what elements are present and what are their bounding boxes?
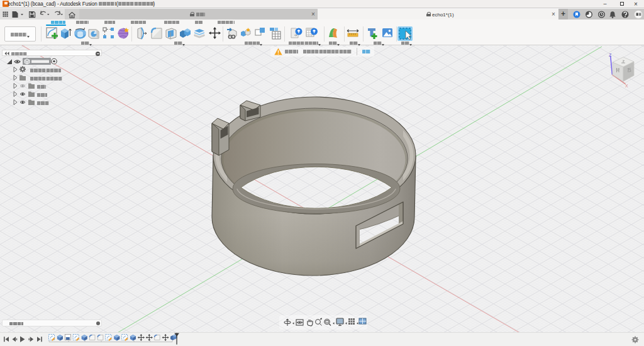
svg-text:Z: Z [609,53,612,57]
svg-text:X: X [625,84,628,88]
